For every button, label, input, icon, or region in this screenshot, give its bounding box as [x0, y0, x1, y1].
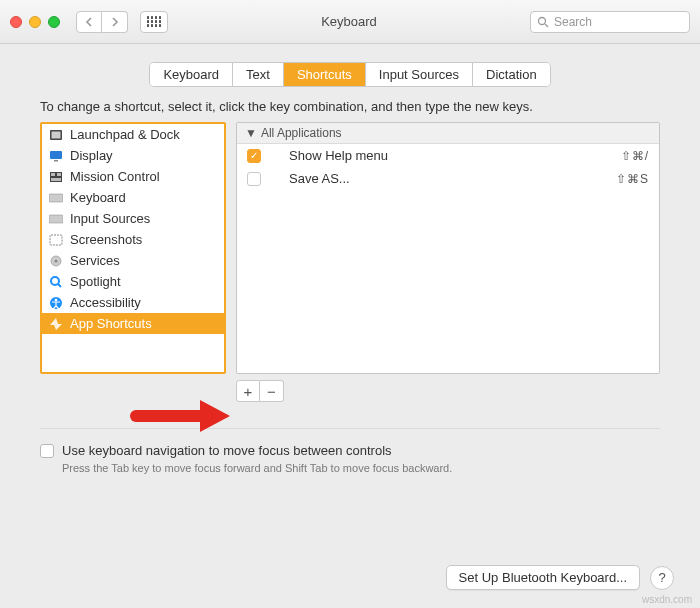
category-label: App Shortcuts [70, 316, 152, 331]
category-label: Mission Control [70, 169, 160, 184]
category-accessibility[interactable]: Accessibility [42, 292, 224, 313]
svg-rect-8 [57, 173, 61, 176]
svg-point-0 [539, 17, 546, 24]
shortcuts-header-label: All Applications [261, 126, 342, 140]
svg-rect-7 [51, 173, 55, 176]
services-icon [48, 254, 64, 268]
back-button[interactable] [76, 11, 102, 33]
svg-line-16 [58, 284, 61, 287]
launchpad-icon [48, 128, 64, 142]
category-spotlight[interactable]: Spotlight [42, 271, 224, 292]
tabset: Keyboard Text Shortcuts Input Sources Di… [0, 62, 700, 87]
keyboard-nav-label: Use keyboard navigation to move focus be… [62, 443, 392, 458]
close-icon[interactable] [10, 16, 22, 28]
category-services[interactable]: Services [42, 250, 224, 271]
search-input[interactable]: Search [530, 11, 690, 33]
accessibility-icon [48, 296, 64, 310]
category-display[interactable]: Display [42, 145, 224, 166]
svg-rect-10 [49, 194, 63, 202]
category-launchpad[interactable]: Launchpad & Dock [42, 124, 224, 145]
titlebar: Keyboard Search [0, 0, 700, 44]
category-label: Launchpad & Dock [70, 127, 180, 142]
svg-rect-12 [50, 235, 62, 245]
keyboard-nav-hint: Press the Tab key to move focus forward … [0, 458, 700, 474]
svg-rect-11 [49, 215, 63, 223]
tab-text[interactable]: Text [233, 63, 284, 86]
shortcut-keys[interactable]: ⇧⌘/ [621, 149, 649, 163]
category-label: Input Sources [70, 211, 150, 226]
annotation-arrow [130, 400, 232, 430]
add-button[interactable]: + [236, 380, 260, 402]
shortcut-checkbox[interactable]: ✓ [247, 149, 261, 163]
keyboard-nav-checkbox[interactable] [40, 444, 54, 458]
forward-button[interactable] [102, 11, 128, 33]
window-controls [10, 16, 60, 28]
screenshots-icon [48, 233, 64, 247]
shortcut-keys[interactable]: ⇧⌘S [616, 172, 649, 186]
category-label: Display [70, 148, 113, 163]
show-all-button[interactable] [140, 11, 168, 33]
minimize-icon[interactable] [29, 16, 41, 28]
bluetooth-button[interactable]: Set Up Bluetooth Keyboard... [446, 565, 640, 590]
category-label: Accessibility [70, 295, 141, 310]
svg-rect-3 [52, 131, 61, 138]
zoom-icon[interactable] [48, 16, 60, 28]
spotlight-icon [48, 275, 64, 289]
instruction-text: To change a shortcut, select it, click t… [0, 99, 700, 122]
shortcuts-header[interactable]: ▼ All Applications [237, 123, 659, 144]
tab-dictation[interactable]: Dictation [473, 63, 550, 86]
category-label: Spotlight [70, 274, 121, 289]
category-app-shortcuts[interactable]: App Shortcuts [42, 313, 224, 334]
shortcut-row[interactable]: ✓ Show Help menu ⇧⌘/ [237, 144, 659, 167]
search-placeholder: Search [554, 15, 592, 29]
shortcut-row[interactable]: Save AS... ⇧⌘S [237, 167, 659, 190]
window-title: Keyboard [176, 14, 522, 29]
nav-group [76, 11, 128, 33]
add-remove-group: + − [236, 380, 700, 402]
input-sources-icon [48, 212, 64, 226]
shortcuts-panel: ▼ All Applications ✓ Show Help menu ⇧⌘/ … [236, 122, 660, 374]
mission-control-icon [48, 170, 64, 184]
category-input-sources[interactable]: Input Sources [42, 208, 224, 229]
svg-point-14 [55, 259, 58, 262]
disclosure-icon: ▼ [245, 126, 257, 140]
svg-line-1 [545, 24, 548, 27]
tab-shortcuts[interactable]: Shortcuts [284, 63, 366, 86]
keyboard-nav-option[interactable]: Use keyboard navigation to move focus be… [0, 443, 700, 458]
help-button[interactable]: ? [650, 566, 674, 590]
category-keyboard[interactable]: Keyboard [42, 187, 224, 208]
category-label: Keyboard [70, 190, 126, 205]
app-shortcuts-icon [48, 317, 64, 331]
remove-button[interactable]: − [260, 380, 284, 402]
shortcut-label: Save AS... [271, 171, 616, 186]
grid-icon [147, 16, 162, 27]
category-screenshots[interactable]: Screenshots [42, 229, 224, 250]
svg-point-15 [51, 277, 59, 285]
shortcut-checkbox[interactable] [247, 172, 261, 186]
tab-input-sources[interactable]: Input Sources [366, 63, 473, 86]
svg-point-18 [55, 298, 58, 301]
category-mission-control[interactable]: Mission Control [42, 166, 224, 187]
category-list[interactable]: Launchpad & Dock Display Mission Control… [40, 122, 226, 374]
tab-keyboard[interactable]: Keyboard [150, 63, 233, 86]
svg-rect-9 [51, 178, 61, 181]
category-label: Screenshots [70, 232, 142, 247]
display-icon [48, 149, 64, 163]
svg-rect-5 [54, 160, 58, 162]
shortcut-label: Show Help menu [271, 148, 621, 163]
watermark: wsxdn.com [642, 594, 692, 605]
footer: Set Up Bluetooth Keyboard... ? [446, 565, 674, 590]
search-icon [537, 16, 549, 28]
svg-rect-4 [50, 151, 62, 159]
category-label: Services [70, 253, 120, 268]
keyboard-icon [48, 191, 64, 205]
